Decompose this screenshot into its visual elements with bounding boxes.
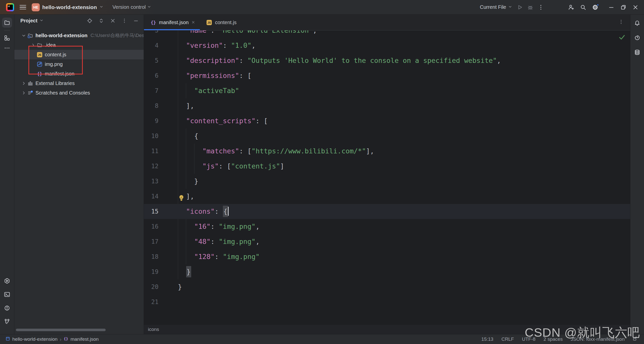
- terminal-icon[interactable]: [2, 289, 12, 299]
- code-line-10[interactable]: 10 {: [144, 128, 630, 144]
- tree-item-label: img.png: [45, 61, 63, 67]
- intellij-idea-logo[interactable]: IJ: [6, 3, 14, 11]
- code-line-8[interactable]: 8 ],: [144, 98, 630, 113]
- project-folder-icon[interactable]: [2, 18, 12, 28]
- status-file-encoding[interactable]: UTF-8: [522, 336, 536, 342]
- code-token: ]: [280, 162, 284, 170]
- editor-breadcrumbs: icons: [144, 324, 630, 334]
- run-configuration-selector[interactable]: Current File: [480, 4, 512, 10]
- hide-icon[interactable]: [133, 17, 139, 24]
- code-token: [178, 147, 203, 155]
- code-token: :: [215, 207, 223, 215]
- code-line-7[interactable]: 7 "activeTab": [144, 83, 630, 98]
- chevron-right-icon[interactable]: [20, 91, 27, 95]
- code-token: : [: [239, 147, 252, 155]
- code-token: {: [178, 132, 198, 140]
- main-menu-icon[interactable]: [20, 5, 26, 9]
- collapse-all-icon[interactable]: [109, 17, 116, 24]
- code-line-19[interactable]: 19 }: [144, 264, 630, 279]
- expand-all-icon[interactable]: [98, 17, 104, 24]
- code-line-14[interactable]: 14 ],: [144, 189, 630, 204]
- debug-icon[interactable]: [526, 3, 535, 12]
- problems-icon[interactable]: [2, 303, 12, 313]
- add-user-icon[interactable]: [567, 3, 576, 12]
- line-number: 12: [144, 159, 158, 174]
- close-icon[interactable]: [631, 3, 640, 12]
- locate-icon[interactable]: [86, 17, 93, 24]
- code-line-13[interactable]: 13 }: [144, 174, 630, 189]
- intention-bulb-icon[interactable]: [178, 192, 185, 200]
- version-control-label: Version control: [112, 4, 146, 10]
- more-horizontal-icon[interactable]: [2, 43, 12, 53]
- database-icon[interactable]: [632, 47, 642, 57]
- more-vertical-icon[interactable]: [121, 17, 128, 24]
- search-icon[interactable]: [579, 3, 588, 12]
- commit-icon[interactable]: [2, 33, 12, 43]
- status-line-separator[interactable]: CRLF: [501, 336, 514, 342]
- code-line-20[interactable]: 20}: [144, 279, 630, 294]
- tab-options-icon[interactable]: [619, 19, 624, 25]
- code-line-3[interactable]: 3 "name": "Hello World Extension",: [144, 30, 630, 38]
- code-line-11[interactable]: 11 "matches": ["https://www.bilibili.com…: [144, 144, 630, 159]
- chevron-right-icon[interactable]: [30, 43, 36, 47]
- git-branch-icon[interactable]: [2, 317, 12, 327]
- js-file-icon: JS: [206, 20, 213, 25]
- restore-icon[interactable]: [619, 3, 628, 12]
- breadcrumb-separator: ›: [60, 336, 62, 342]
- svg-text:{}: {}: [64, 336, 68, 341]
- more-vertical-icon[interactable]: [536, 3, 545, 12]
- code-line-18[interactable]: 18 "128": "img.png": [144, 249, 630, 264]
- status-breadcrumb[interactable]: hello-world-extension › {} manifest.json: [0, 336, 99, 342]
- code-line-15[interactable]: 15 "icons": {: [144, 204, 630, 219]
- code-token: ,: [313, 30, 317, 34]
- tree-item-img.png[interactable]: img.png: [14, 59, 144, 69]
- tree-item-scratches-and-consoles[interactable]: Scratches and Consoles: [14, 88, 144, 98]
- inspections-ok-icon[interactable]: [619, 34, 626, 41]
- line-number: 15: [144, 204, 158, 219]
- chevron-down-icon[interactable]: [20, 33, 27, 38]
- line-number: 19: [144, 264, 158, 279]
- code-lines: 3 "name": "Hello World Extension",4 "ver…: [144, 30, 630, 310]
- notifications-bell-icon[interactable]: [632, 18, 642, 28]
- code-line-21[interactable]: 21: [144, 294, 630, 310]
- breadcrumb-icons[interactable]: icons: [148, 327, 159, 332]
- chevron-right-icon[interactable]: [20, 81, 27, 85]
- code-line-12[interactable]: 12 "js": ["content.js"]: [144, 159, 630, 174]
- lock-open-icon[interactable]: [633, 336, 637, 342]
- ide-window: IJ HE hello-world-extension Version cont…: [0, 0, 644, 344]
- settings-gear-icon[interactable]: [591, 3, 600, 12]
- horizontal-scrollbar[interactable]: [16, 329, 106, 331]
- code-line-5[interactable]: 5 "description": "Outputs 'Hello World' …: [144, 53, 630, 68]
- status-json-schema[interactable]: JSON: foxx-manifest.json: [571, 336, 625, 342]
- close-tab-icon[interactable]: ×: [191, 20, 195, 25]
- code-line-9[interactable]: 9 "content_scripts": [: [144, 113, 630, 128]
- ai-assistant-icon[interactable]: [632, 33, 642, 43]
- minimize-icon[interactable]: [607, 3, 616, 12]
- code-token: :: [211, 238, 219, 245]
- status-indent-style[interactable]: 2 spaces: [544, 336, 563, 342]
- code-line-6[interactable]: 6 "permissions": [: [144, 68, 630, 83]
- code-editor[interactable]: 3 "name": "Hello World Extension",4 "ver…: [144, 30, 630, 324]
- code-line-17[interactable]: 17 "48": "img.png",: [144, 234, 630, 249]
- code-line-4[interactable]: 4 "version": "1.0",: [144, 38, 630, 53]
- code-token: "16": [194, 223, 211, 230]
- tab-label: manifest.json: [159, 20, 189, 25]
- project-widget[interactable]: HE hello-world-extension: [32, 3, 103, 11]
- run-icon[interactable]: [515, 3, 524, 12]
- code-token: [178, 57, 186, 64]
- status-caret-position[interactable]: 15:13: [481, 336, 494, 342]
- code-token: : [: [219, 162, 231, 170]
- tab-manifest-json[interactable]: {} manifest.json ×: [144, 15, 200, 30]
- tree-item-external-libraries[interactable]: External Libraries: [14, 78, 144, 88]
- run-hexagon-icon[interactable]: [2, 276, 12, 286]
- tree-item-.idea[interactable]: .idea: [14, 40, 144, 50]
- code-token: }: [186, 266, 191, 277]
- tab-content-js[interactable]: JS content.js: [200, 15, 241, 30]
- tree-item-manifest.json[interactable]: {}manifest.json: [14, 69, 144, 78]
- tree-item-hello-world-extension[interactable]: hello-world-extensionC:\Users\合格的牛马\Desk…: [14, 31, 144, 40]
- project-panel-title[interactable]: Project: [20, 18, 44, 24]
- tree-item-content.js[interactable]: JScontent.js: [14, 50, 144, 59]
- version-control-menu[interactable]: Version control: [112, 4, 151, 10]
- code-line-16[interactable]: 16 "16": "img.png",: [144, 219, 630, 234]
- code-token: : [: [256, 117, 268, 125]
